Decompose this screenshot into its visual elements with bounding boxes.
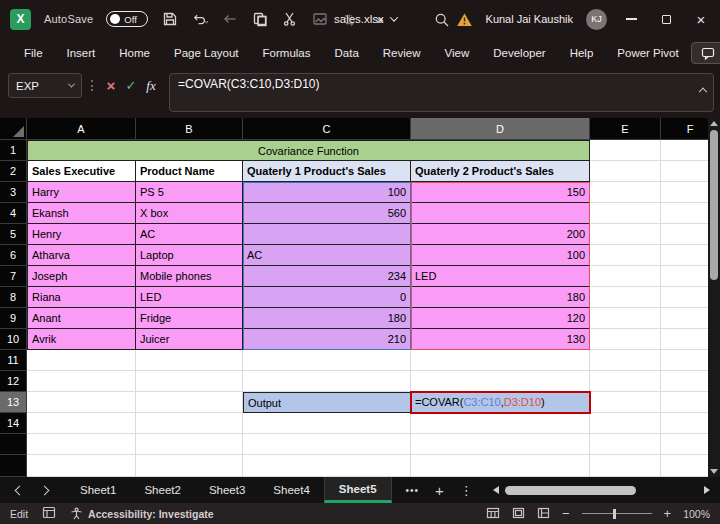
more-sheets-icon[interactable]: ••• — [406, 485, 420, 496]
cell-E15[interactable] — [590, 434, 661, 455]
cell-A13[interactable] — [27, 392, 136, 413]
sheet-tab-sheet5[interactable]: Sheet5 — [324, 477, 392, 503]
cell-C5[interactable] — [243, 224, 411, 245]
zoom-out-button[interactable]: − — [562, 506, 570, 521]
ribbon-tab-home[interactable]: Home — [107, 38, 162, 68]
cell-B14[interactable] — [136, 413, 243, 434]
next-sheet-icon[interactable] — [40, 485, 50, 495]
row-header-9[interactable]: 9 — [0, 308, 27, 329]
formula-input[interactable]: =COVAR(C3:C10,D3:D10) — [169, 73, 714, 112]
cell-E8[interactable] — [590, 287, 661, 308]
cell-A7[interactable]: Joseph — [27, 266, 136, 287]
ribbon-tab-data[interactable]: Data — [323, 38, 371, 68]
cell-E16[interactable] — [590, 455, 661, 477]
cell-A9[interactable]: Anant — [27, 308, 136, 329]
ribbon-tab-view[interactable]: View — [433, 38, 482, 68]
ribbon-tab-power-pivot[interactable]: Power Pivot — [605, 38, 690, 68]
page-break-view-icon[interactable] — [537, 507, 550, 521]
cell-B13[interactable] — [136, 392, 243, 413]
scroll-left-icon[interactable] — [493, 486, 499, 494]
comments-button[interactable]: Comments — [691, 42, 720, 64]
cell-D12[interactable] — [411, 371, 590, 392]
user-name[interactable]: Kunal Jai Kaushik — [486, 13, 573, 25]
cell-C4[interactable]: 560 — [243, 203, 411, 224]
cell-A15[interactable] — [27, 434, 136, 455]
cell-E3[interactable] — [590, 182, 661, 203]
sheet-tab-sheet2[interactable]: Sheet2 — [130, 477, 194, 503]
row-header-7[interactable]: 7 — [0, 266, 27, 287]
cell-D13-active[interactable]: =COVAR(C3:C10,D3:D10) — [411, 392, 590, 413]
cell-D9[interactable]: 120 — [411, 308, 590, 329]
sheet-tab-sheet3[interactable]: Sheet3 — [195, 477, 259, 503]
column-header-a[interactable]: A — [27, 118, 136, 140]
cell-B4[interactable]: X box — [136, 203, 243, 224]
row-header-16[interactable] — [0, 455, 27, 477]
cell-B7[interactable]: Mobile phones — [136, 266, 243, 287]
cell-C8[interactable]: 0 — [243, 287, 411, 308]
undo-icon[interactable] — [191, 11, 208, 28]
cell-D7[interactable]: LED — [411, 266, 590, 287]
prev-sheet-icon[interactable] — [15, 485, 25, 495]
name-box[interactable]: EXP — [8, 73, 82, 98]
cell-D15[interactable] — [411, 434, 590, 455]
maximize-button[interactable] — [655, 0, 677, 38]
h-scroll-thumb[interactable] — [505, 486, 636, 495]
cell-B2[interactable]: Product Name — [136, 161, 243, 182]
cell-D10[interactable]: 130 — [411, 329, 590, 350]
save-icon[interactable] — [161, 11, 178, 28]
cell-A11[interactable] — [27, 350, 136, 371]
sheet-menu-icon[interactable]: ⋮ — [460, 483, 473, 498]
scroll-down-icon[interactable] — [710, 469, 718, 474]
cell-C12[interactable] — [243, 371, 411, 392]
row-header-13[interactable]: 13 — [0, 392, 27, 413]
cell-D6[interactable]: 100 — [411, 245, 590, 266]
row-header-11[interactable]: 11 — [0, 350, 27, 371]
cell-D2[interactable]: Quaterly 2 Product's Sales — [411, 161, 590, 182]
ribbon-tab-developer[interactable]: Developer — [481, 38, 557, 68]
cell-B9[interactable]: Fridge — [136, 308, 243, 329]
cell-A8[interactable]: Riana — [27, 287, 136, 308]
cut-icon[interactable] — [281, 11, 298, 28]
zoom-level[interactable]: 100% — [683, 508, 710, 520]
enter-button[interactable]: ✓ — [121, 73, 141, 98]
row-header-1[interactable]: 1 — [0, 140, 27, 161]
cell-A2[interactable]: Sales Executive — [27, 161, 136, 182]
page-layout-view-icon[interactable] — [512, 507, 525, 521]
cell-E9[interactable] — [590, 308, 661, 329]
cell-A14[interactable] — [27, 413, 136, 434]
close-button[interactable]: × — [690, 0, 712, 38]
cell-C11[interactable] — [243, 350, 411, 371]
cell-C15[interactable] — [243, 434, 411, 455]
cell-E12[interactable] — [590, 371, 661, 392]
cell-A6[interactable]: Atharva — [27, 245, 136, 266]
cell-E14[interactable] — [590, 413, 661, 434]
warning-icon[interactable] — [456, 11, 473, 28]
cell-A5[interactable]: Henry — [27, 224, 136, 245]
ribbon-tab-formulas[interactable]: Formulas — [251, 38, 323, 68]
column-header-e[interactable]: E — [590, 118, 661, 140]
cell-C14[interactable] — [243, 413, 411, 434]
excel-logo-icon[interactable]: X — [10, 9, 31, 30]
cell-B3[interactable]: PS 5 — [136, 182, 243, 203]
cell-A3[interactable]: Harry — [27, 182, 136, 203]
row-header-14[interactable]: 14 — [0, 413, 27, 434]
cell-title-a1-d1[interactable]: Covariance Function — [27, 140, 590, 161]
normal-view-icon[interactable] — [486, 507, 500, 521]
vertical-scrollbar[interactable] — [708, 118, 720, 477]
scroll-up-icon[interactable] — [710, 121, 718, 126]
cell-B10[interactable]: Juicer — [136, 329, 243, 350]
row-header-4[interactable]: 4 — [0, 203, 27, 224]
cell-E5[interactable] — [590, 224, 661, 245]
cell-A16[interactable] — [27, 455, 136, 477]
accessibility-icon[interactable]: Accessibility: Investigate — [70, 507, 213, 520]
copy-icon[interactable] — [251, 11, 268, 28]
cell-A12[interactable] — [27, 371, 136, 392]
row-header-8[interactable]: 8 — [0, 287, 27, 308]
ribbon-tab-help[interactable]: Help — [558, 38, 606, 68]
column-header-d[interactable]: D — [411, 118, 590, 140]
avatar[interactable]: KJ — [586, 9, 607, 30]
cell-B11[interactable] — [136, 350, 243, 371]
cell-D8[interactable]: 180 — [411, 287, 590, 308]
cell-D3[interactable]: 150 — [411, 182, 590, 203]
cell-A10[interactable]: Avrik — [27, 329, 136, 350]
